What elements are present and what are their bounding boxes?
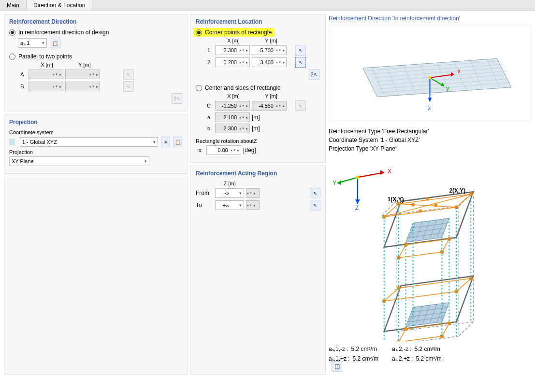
svg-point-72 [411,203,415,207]
col-header-x: X [m] [29,62,64,68]
row-label-b: b [204,126,213,131]
input-by: ▲▼▸ [65,82,100,91]
to-spinner: ▲▼▸ [246,200,260,210]
svg-text:2(X,Y): 2(X,Y) [449,187,465,194]
pick-from-button[interactable]: ↖ [310,188,320,198]
input-2y[interactable]: -3.400▲▼▸ [252,57,287,67]
input-bx: ▲▼▸ [29,82,63,91]
svg-point-32 [356,176,359,179]
svg-line-36 [382,201,396,216]
col-header-x: X [m] [216,93,251,99]
svg-point-83 [440,335,444,338]
input-1x[interactable]: -2.300▲▼▸ [215,45,250,55]
edit-direction-button[interactable]: 📋 [50,38,60,48]
projection-select[interactable]: XY Plane▾ [9,156,149,166]
svg-point-69 [426,197,429,201]
svg-marker-27 [380,170,384,175]
input-ay: ▲▼▸ [65,70,100,79]
svg-line-26 [358,172,384,177]
row-label-2: 2 [204,59,213,65]
svg-text:Z: Z [355,205,359,211]
col-header-y: Y [m] [254,38,289,43]
row-label-a: a [204,114,213,120]
input-alpha[interactable]: 0.00▲▼▸ [206,145,241,155]
svg-marker-21 [428,98,432,101]
panel-title: Reinforcement Location [196,18,320,25]
panel-projection: Projection Coordinate system 1 - Global … [4,114,188,174]
col-header-x: X [m] [216,38,251,43]
coord-swatch-icon [9,139,15,145]
svg-text:X: X [388,168,391,175]
to-select[interactable]: +∞▾ [215,200,244,210]
radio-parallel-two-points[interactable] [9,54,15,60]
row-label-c: C [204,103,213,109]
pick-a-button: ↖ [123,69,134,80]
input-ax: ▲▼▸ [29,70,63,79]
projection-label: Projection [9,149,182,155]
pick-c-button: ↖ [295,100,306,111]
row-label-a: A [18,71,27,77]
pick-both-12-button[interactable]: 2↖ [309,69,319,80]
tab-direction-location[interactable]: Direction & Location [27,0,92,11]
svg-text:z: z [428,105,431,112]
toggle-view-button[interactable]: ◫ [332,361,342,372]
pick-to-button[interactable]: ↖ [310,200,320,210]
as-readout: aₛ,1,-z : 5.2 cm²/m aₛ,1,+z : 5.2 cm²/m … [329,344,531,364]
tab-bar: Main Direction & Location [0,0,535,11]
radio-label: In reinforcement direction of design [18,29,109,36]
preview-direction-title: Reinforcement Direction 'In reinforcemen… [329,15,531,22]
unit-m: [m] [252,114,260,121]
svg-line-38 [459,322,473,336]
svg-text:x: x [458,68,461,74]
preview-type-view: X Y Z [329,153,531,341]
input-a: 2.100▲▼▸ [215,112,250,122]
svg-point-22 [429,76,432,79]
radio-label: Corner points of rectangle [205,29,272,36]
radio-in-reinforcement-direction[interactable] [9,29,15,36]
pick-2-button[interactable]: ↖ [295,57,306,68]
unit-m: [m] [252,125,260,132]
radio-label: Parallel to two points [18,53,72,60]
panel-acting-region: Reinforcement Acting Region Z [m] From -… [190,166,326,375]
input-2x[interactable]: -0.200▲▼▸ [215,57,250,67]
unit-deg: [deg] [243,147,256,154]
svg-point-71 [419,210,422,213]
pick-b-button: ↖ [123,81,134,92]
coord-system-select[interactable]: 1 - Global XYZ▾ [20,137,159,147]
coord-system-label: Coordinate system [9,129,182,135]
input-1y[interactable]: -5.700▲▼▸ [252,45,287,55]
svg-text:y: y [446,85,449,92]
preview-info: Reinforcement Type 'Free Rectangular' Co… [329,127,531,153]
panel-title: Projection [9,119,182,126]
panel-title: Reinforcement Direction [9,18,182,25]
as-select[interactable]: aₛ,1▾ [18,38,47,48]
panel-reinforcement-location: Reinforcement Location Corner points of … [190,14,326,163]
pick-1-button[interactable]: ↖ [295,45,306,56]
tab-main[interactable]: Main [0,0,27,11]
col-header-z: Z [m] [215,181,244,186]
input-b: 2.300▲▼▸ [215,124,250,133]
radio-corner-points[interactable] [196,29,202,36]
svg-marker-31 [355,199,360,204]
edit-coord-system-button[interactable]: 📋 [173,137,182,147]
radio-label: Center and sides of rectangle [205,84,281,91]
panel-reinforcement-direction: Reinforcement Direction In reinforcement… [4,14,188,112]
row-label-b: B [18,84,27,89]
preview-direction-view: x y z [329,25,531,121]
rotation-label: Rectangle rotation aboutZ [196,138,320,144]
from-label: From [196,190,213,196]
from-spinner: ▲▼▸ [246,188,260,198]
input-cy: -4.550▲▼▸ [252,101,287,111]
new-coord-system-button[interactable]: ✳ [161,137,170,147]
from-select[interactable]: -∞▾ [215,188,244,198]
radio-center-and-sides[interactable] [196,85,202,91]
to-label: To [196,202,213,209]
input-cx: -1.250▲▼▸ [215,101,250,111]
panel-title: Reinforcement Acting Region [196,170,320,177]
col-header-y: Y [m] [67,62,102,68]
svg-marker-0 [363,58,511,97]
alpha-label: α [196,147,204,153]
svg-text:Y: Y [333,180,336,186]
row-label-1: 1 [204,47,213,53]
svg-text:1(X,Y): 1(X,Y) [388,196,404,203]
